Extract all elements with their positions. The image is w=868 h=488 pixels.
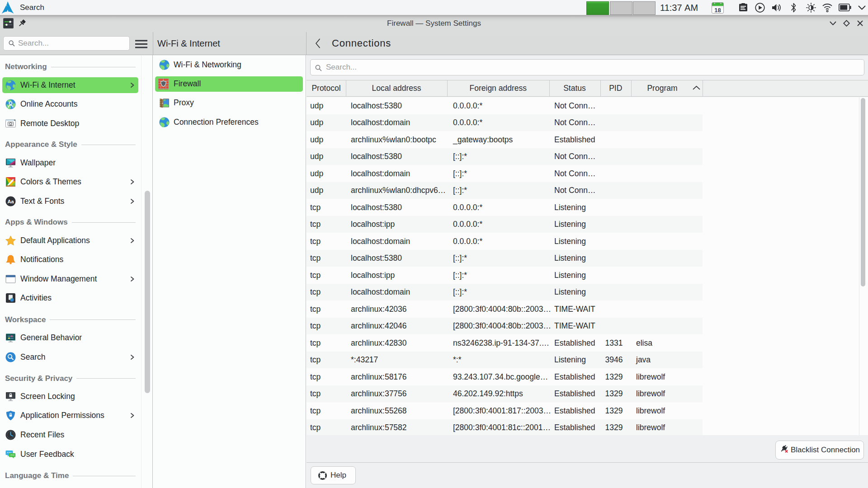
svg-text:18: 18: [714, 7, 721, 14]
svg-text:Aa: Aa: [7, 199, 14, 204]
